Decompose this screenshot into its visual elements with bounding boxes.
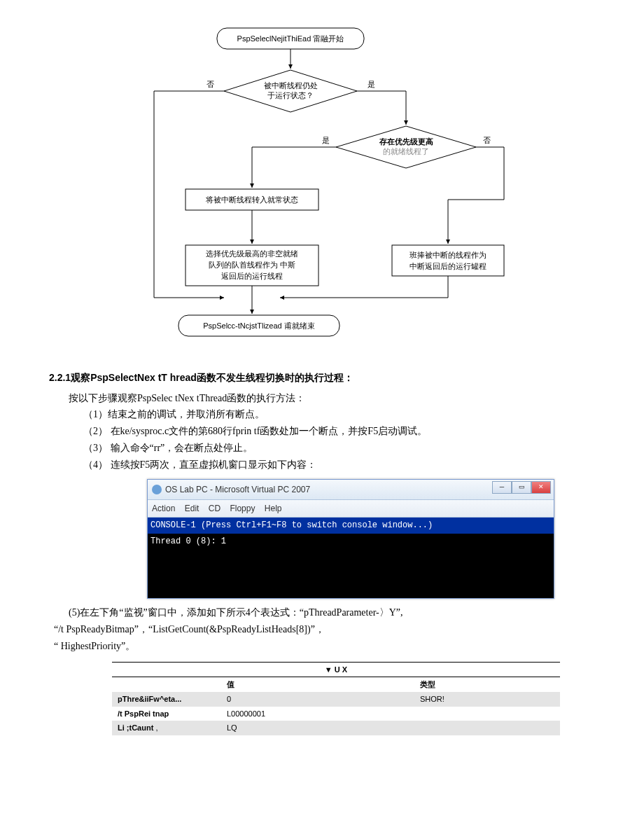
flow-left-l3: 返回后的运行线程	[221, 272, 283, 280]
vpc-title-text: OS Lab PC - Microsoft Virtual PC 2007	[165, 483, 310, 497]
step-3: （3） 输入命令“rr”，会在断点处停止。	[83, 440, 595, 457]
watch-col-value: 值	[221, 677, 414, 692]
svg-rect-18	[392, 245, 504, 276]
watch-header: ▼ U X	[112, 662, 560, 677]
label-no-2: 否	[483, 136, 491, 144]
console-output-line: Thread 0 (8): 1	[148, 534, 554, 549]
intro-text: 按以下步骤观察PspSelec tNex tThread函数的执行方法：	[69, 390, 595, 407]
watch-row[interactable]: /t PspRei tnap L00000001	[112, 707, 560, 721]
step-5: (5)在左下角“监视”窗口中，添加如下所示4个表达式：“pThreadParam…	[69, 604, 595, 621]
flow-right-l1: 班捧被中断的线程作为	[410, 251, 486, 259]
flowchart-diagram: PspSeleclNejitThiEad 雷融开始 被中断线程仍处 于运行状态？…	[49, 21, 595, 356]
flow-d2-l1: 存在优先级更高	[379, 137, 433, 146]
section-title: 2.2.1观察PspSelectNex tT hread函数不发生线程切换时的执…	[49, 370, 595, 387]
console-header-line: CONSOLE-1 (Press Ctrl+F1~F8 to switch co…	[148, 518, 554, 533]
step-4: （4） 连续按F5两次，直至虚拟机窗口显示如下内容：	[83, 457, 595, 473]
label-no-1: 否	[206, 80, 214, 88]
menu-cd[interactable]: CD	[209, 504, 220, 513]
vpc-titlebar[interactable]: OS Lab PC - Microsoft Virtual PC 2007 ─ …	[148, 480, 554, 500]
watch-col-type: 类型	[414, 677, 560, 692]
menu-help[interactable]: Help	[265, 504, 282, 513]
step-1: （1）结束之前的调试，并取消所有断点。	[83, 406, 595, 423]
maximize-button[interactable]: ▭	[512, 481, 531, 494]
expr-line-1: “/t PspReadyBitmap”，“ListGetCount(&PspRe…	[54, 621, 595, 638]
flow-left-l2: 队列的队首线程作为 中斯	[209, 261, 295, 269]
flow-end: PspSelcc-tNcjstTlizead 甫就绪束	[203, 321, 315, 330]
label-yes-2: 是	[322, 136, 330, 144]
flow-move: 将被中断线程转入就常状态	[205, 195, 298, 204]
flow-d2-l2: 的就绪线程了	[383, 147, 429, 155]
flow-d1-l1: 被中断线程仍处	[264, 81, 318, 90]
menu-edit[interactable]: Edit	[185, 504, 200, 513]
watch-row[interactable]: Li ;tCaunt , LQ	[112, 721, 560, 735]
step-2: （2） 在ke/sysproc.c文件的第680行fprin tf函数处加一个断…	[83, 423, 595, 440]
close-button[interactable]: ✕	[531, 481, 551, 494]
label-yes-1: 是	[368, 80, 375, 88]
flow-right-l2: 中断返回后的运行罐程	[410, 262, 486, 270]
vpc-console[interactable]: CONSOLE-1 (Press Ctrl+F1~F8 to switch co…	[148, 518, 554, 598]
watch-window-table: ▼ U X 值 类型 pThre&iiFw^eta... 0 SHOR! /t …	[112, 662, 560, 735]
minimize-button[interactable]: ─	[492, 481, 512, 494]
vpc-menubar[interactable]: Action Edit CD Floppy Help	[148, 500, 554, 518]
flow-d1-l2: 于运行状态？	[267, 91, 314, 99]
watch-row[interactable]: pThre&iiFw^eta... 0 SHOR!	[112, 692, 560, 707]
menu-action[interactable]: Action	[152, 504, 175, 513]
virtual-pc-window: OS Lab PC - Microsoft Virtual PC 2007 ─ …	[147, 479, 554, 599]
flow-left-l1: 选择优先级最高的非空就绪	[206, 249, 298, 258]
flow-start: PspSeleclNejitThiEad 雷融开始	[237, 34, 344, 43]
expr-line-2: “ HighestPriority”。	[54, 638, 595, 655]
vpc-app-icon	[152, 485, 162, 494]
menu-floppy[interactable]: Floppy	[230, 504, 255, 513]
